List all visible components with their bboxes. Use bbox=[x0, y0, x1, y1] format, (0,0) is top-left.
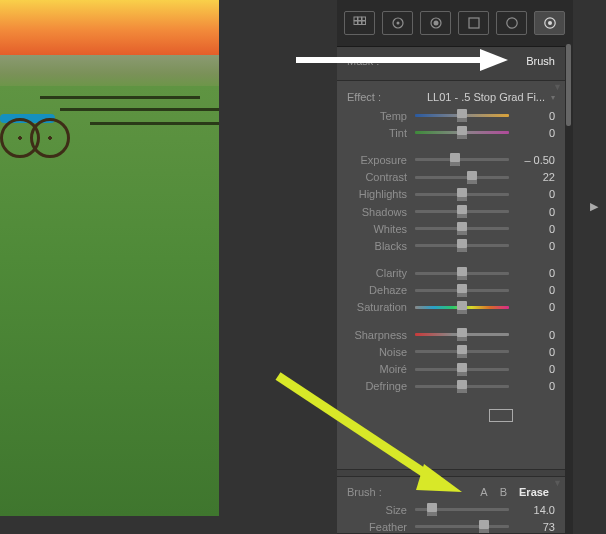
slider-value: 0 bbox=[509, 284, 555, 296]
slider-value: 0 bbox=[509, 206, 555, 218]
svg-point-13 bbox=[548, 21, 552, 25]
slider-track[interactable] bbox=[415, 244, 509, 247]
slider-value: – 0.50 bbox=[509, 154, 555, 166]
slider-highlights: Highlights0 bbox=[347, 186, 555, 203]
brush-tool[interactable] bbox=[534, 11, 565, 35]
slider-blacks: Blacks0 bbox=[347, 237, 555, 254]
size-slider[interactable] bbox=[415, 508, 509, 511]
develop-panel: Mask : New Brush Effect : LL01 - .5 Stop… bbox=[337, 0, 573, 534]
size-value: 14.0 bbox=[509, 504, 555, 516]
slider-size: Size 14.0 bbox=[347, 501, 555, 518]
slider-clarity: Clarity0 bbox=[347, 265, 555, 282]
chevron-down-icon[interactable]: ▾ bbox=[551, 93, 555, 102]
slider-track[interactable] bbox=[415, 272, 509, 275]
slider-label: Saturation bbox=[347, 301, 415, 313]
slider-sharpness: Sharpness0 bbox=[347, 326, 555, 343]
slider-value: 0 bbox=[509, 127, 555, 139]
slider-label: Noise bbox=[347, 346, 415, 358]
slider-label: Whites bbox=[347, 223, 415, 235]
slider-value: 0 bbox=[509, 346, 555, 358]
slider-track[interactable] bbox=[415, 227, 509, 230]
cannon-subject bbox=[0, 110, 72, 154]
adjustments-section: Effect : LL01 - .5 Stop Grad Fi... ▾ Tem… bbox=[337, 80, 565, 470]
brush-erase[interactable]: Erase bbox=[513, 486, 555, 498]
slider-track[interactable] bbox=[415, 350, 509, 353]
slider-label: Dehaze bbox=[347, 284, 415, 296]
radial-tool[interactable] bbox=[496, 11, 527, 35]
slider-value: 0 bbox=[509, 223, 555, 235]
preview-image bbox=[0, 0, 219, 516]
crop-tool[interactable] bbox=[344, 11, 375, 35]
slider-value: 0 bbox=[509, 240, 555, 252]
slider-contrast: Contrast22 bbox=[347, 169, 555, 186]
svg-rect-1 bbox=[358, 17, 362, 21]
slider-track[interactable] bbox=[415, 193, 509, 196]
brush-section: Brush : A B Erase Size 14.0 Feather 73 bbox=[337, 476, 565, 534]
mask-row: Mask : New Brush bbox=[337, 50, 565, 72]
effect-row[interactable]: Effect : LL01 - .5 Stop Grad Fi... ▾ bbox=[347, 87, 555, 107]
slider-track[interactable] bbox=[415, 333, 509, 336]
mask-label: Mask : bbox=[347, 55, 379, 67]
slider-track[interactable] bbox=[415, 176, 509, 179]
slider-track[interactable] bbox=[415, 385, 509, 388]
brush-label: Brush : bbox=[347, 486, 382, 498]
slider-value: 0 bbox=[509, 110, 555, 122]
scrollbar-thumb[interactable] bbox=[566, 44, 571, 126]
svg-rect-4 bbox=[358, 21, 362, 25]
gradient-tool[interactable] bbox=[458, 11, 489, 35]
slider-track[interactable] bbox=[415, 158, 509, 161]
slider-track[interactable] bbox=[415, 131, 509, 134]
svg-point-9 bbox=[433, 21, 438, 26]
slider-defringe: Defringe0 bbox=[347, 378, 555, 395]
slider-value: 22 bbox=[509, 171, 555, 183]
slider-tint: Tint0 bbox=[347, 124, 555, 141]
effect-label: Effect : bbox=[347, 91, 381, 103]
slider-track[interactable] bbox=[415, 368, 509, 371]
svg-rect-0 bbox=[354, 17, 358, 21]
slider-label: Moiré bbox=[347, 363, 415, 375]
slider-track[interactable] bbox=[415, 306, 509, 309]
svg-point-11 bbox=[506, 18, 516, 28]
svg-point-7 bbox=[396, 22, 399, 25]
feather-slider[interactable] bbox=[415, 525, 509, 528]
svg-rect-2 bbox=[362, 17, 366, 21]
slider-value: 0 bbox=[509, 301, 555, 313]
svg-rect-10 bbox=[469, 18, 479, 28]
slider-track[interactable] bbox=[415, 289, 509, 292]
slider-track[interactable] bbox=[415, 114, 509, 117]
slider-label: Temp bbox=[347, 110, 415, 122]
slider-label: Defringe bbox=[347, 380, 415, 392]
slider-label: Exposure bbox=[347, 154, 415, 166]
slider-whites: Whites0 bbox=[347, 220, 555, 237]
slider-noise: Noise0 bbox=[347, 343, 555, 360]
slider-label: Shadows bbox=[347, 206, 415, 218]
slider-value: 0 bbox=[509, 363, 555, 375]
disclosure-triangle[interactable]: ▼ bbox=[553, 478, 562, 488]
color-swatch[interactable] bbox=[489, 409, 513, 422]
slider-label: Highlights bbox=[347, 188, 415, 200]
slider-exposure: Exposure– 0.50 bbox=[347, 151, 555, 168]
slider-label: Clarity bbox=[347, 267, 415, 279]
slider-moiré: Moiré0 bbox=[347, 360, 555, 377]
slider-feather: Feather 73 bbox=[347, 518, 555, 534]
brush-b[interactable]: B bbox=[494, 486, 513, 498]
effect-preset[interactable]: LL01 - .5 Stop Grad Fi... bbox=[427, 91, 545, 103]
slider-label: Tint bbox=[347, 127, 415, 139]
slider-shadows: Shadows0 bbox=[347, 203, 555, 220]
feather-value: 73 bbox=[509, 521, 555, 533]
spot-tool[interactable] bbox=[382, 11, 413, 35]
slider-track[interactable] bbox=[415, 210, 509, 213]
disclosure-triangle[interactable]: ▼ bbox=[553, 82, 562, 92]
redeye-tool[interactable] bbox=[420, 11, 451, 35]
slider-value: 0 bbox=[509, 329, 555, 341]
brush-a[interactable]: A bbox=[474, 486, 493, 498]
expand-icon[interactable]: ▶ bbox=[590, 200, 598, 213]
slider-value: 0 bbox=[509, 380, 555, 392]
mask-brush[interactable]: Brush bbox=[526, 55, 555, 67]
slider-value: 0 bbox=[509, 267, 555, 279]
slider-label: Contrast bbox=[347, 171, 415, 183]
tool-strip bbox=[337, 0, 565, 47]
brush-row: Brush : A B Erase bbox=[347, 483, 555, 501]
feather-label: Feather bbox=[347, 521, 415, 533]
svg-rect-3 bbox=[354, 21, 358, 25]
